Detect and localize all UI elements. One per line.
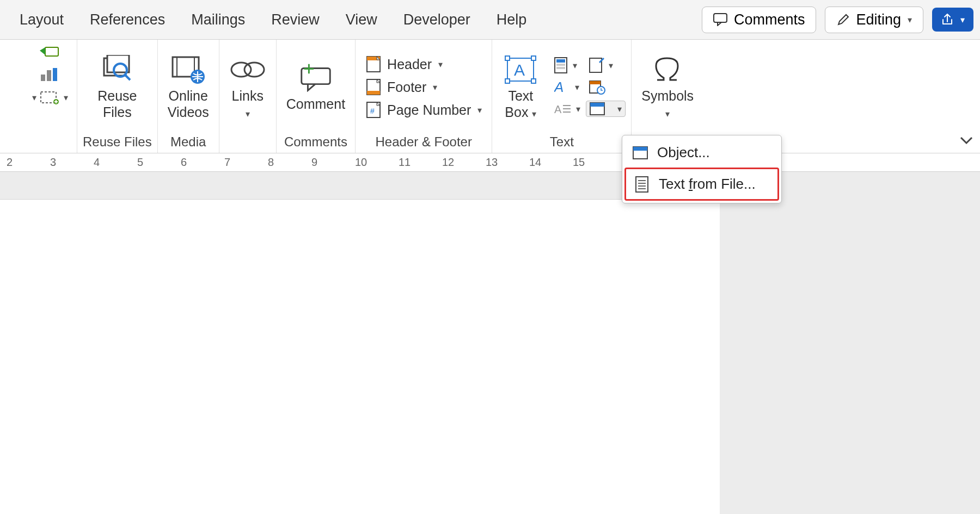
reuse-files-icon [100,55,134,84]
ruler-tick: 15 [573,156,616,169]
links-button[interactable]: Links▾ [225,52,271,122]
drop-cap-button[interactable]: A▾ [551,101,584,116]
online-videos-l1: Online [169,88,208,103]
ruler-tick: 11 [399,156,442,169]
tab-references[interactable]: References [90,11,165,28]
group-links: Links▾ [219,40,277,153]
svg-rect-39 [590,81,601,84]
share-button[interactable]: ▾ [932,8,973,32]
group-label-reuse: Reuse Files [83,131,152,153]
object-split-button[interactable]: ▾ [586,101,626,117]
ruler-tick: 10 [355,156,399,169]
editing-mode-button[interactable]: Editing ▾ [825,7,923,33]
chevron-down-icon: ▾ [573,60,577,71]
svg-rect-4 [53,68,57,81]
wordart-icon: A [554,80,571,94]
header-label: Header [387,57,432,72]
menu-item-object[interactable]: Object... [624,138,779,168]
tab-mailings[interactable]: Mailings [191,11,245,28]
group-label-comments: Comments [284,131,347,153]
textbox-l2: Box [505,104,528,120]
quick-parts-button[interactable]: ▾ [551,56,584,75]
screenshot-button[interactable]: ▾ ▾ [31,90,68,105]
text-box-button[interactable]: A TextBox ▾ [498,52,543,122]
ruler-tick: 6 [181,156,224,169]
group-label-links [246,131,249,153]
group-label-hf: Header & Footer [376,131,472,153]
page-number-button[interactable]: # Page Number ▾ [361,100,486,120]
symbols-button[interactable]: Symbols▾ [637,52,698,122]
omega-icon [652,56,683,83]
signature-line-button[interactable]: ▾ [586,57,626,74]
group-label-text: Text [550,131,574,153]
comment-icon [713,13,728,26]
menu-item-text-from-file[interactable]: Text from File... [624,168,779,201]
chevron-down-icon: ▾ [433,82,437,92]
group-label [34,131,38,153]
svg-rect-2 [41,75,45,81]
comments-button[interactable]: Comments [702,7,817,33]
tab-help[interactable]: Help [497,11,527,28]
mini-buttons-col: ▾ ▾ [31,43,71,105]
document-area [0,172,980,514]
svg-rect-29 [505,79,510,83]
menu-label-text-from-file: Text from File... [659,176,756,193]
tab-layout[interactable]: Layout [20,11,64,28]
date-time-icon [589,79,605,95]
tab-developer[interactable]: Developer [403,11,470,28]
tab-review[interactable]: Review [271,11,320,28]
svg-text:A: A [554,80,564,94]
chevron-down-icon: ▾ [32,92,36,103]
svg-rect-3 [47,70,51,81]
quick-parts-icon [554,57,568,73]
object-dropdown-menu: Object... Text from File... [622,135,782,203]
symbols-label: Symbols [641,88,694,103]
reuse-files-l2: Files [103,104,132,120]
comments-label: Comments [734,11,805,28]
object-icon [590,102,605,115]
page-number-label: Page Number [387,102,471,118]
ruler-tick: 14 [529,156,573,169]
chart-button[interactable] [40,67,59,82]
svg-rect-34 [556,64,565,66]
footer-label: Footer [387,79,426,95]
svg-rect-33 [556,59,565,63]
ruler-tick: 3 [50,156,94,169]
svg-rect-17 [302,69,330,84]
chevron-down-icon [959,135,973,145]
ruler-tick: 9 [311,156,355,169]
signature-icon [589,58,604,73]
chevron-down-icon: ▾ [960,15,965,25]
footer-button[interactable]: Footer ▾ [361,77,486,97]
ruler-tick: 5 [137,156,181,169]
tab-view[interactable]: View [346,11,377,28]
wordart-button[interactable]: A▾ [551,79,584,95]
svg-line-10 [125,75,130,80]
reuse-files-button[interactable]: ReuseFiles [93,52,141,122]
group-label-media: Media [170,131,206,153]
date-time-button[interactable] [586,78,626,96]
link-icon [229,58,266,82]
ruler[interactable]: 2 3 4 5 6 7 8 9 10 11 12 13 14 15 [0,153,980,172]
group-comments: Comment Comments [277,40,356,153]
collapse-ribbon-button[interactable] [957,133,976,150]
smartart-button[interactable] [40,45,59,59]
document-page[interactable] [0,199,720,514]
online-videos-button[interactable]: OnlineVideos [163,52,213,122]
group-reuse-files: ReuseFiles Reuse Files [77,40,158,153]
comment-button[interactable]: Comment [282,60,350,114]
ruler-tick: 13 [486,156,529,169]
svg-rect-23 [367,91,380,95]
tab-bar: Layout References Mailings Review View D… [0,0,980,39]
svg-rect-36 [590,58,602,72]
object-icon [633,146,648,159]
ruler-tick: 8 [268,156,311,169]
header-icon [366,56,381,72]
page-number-icon: # [366,102,381,118]
header-button[interactable]: Header ▾ [361,54,486,75]
chevron-down-icon: ▾ [438,59,443,70]
editing-label: Editing [856,11,901,28]
chevron-down-icon: ▾ [64,92,68,103]
tabs: Layout References Mailings Review View D… [7,11,526,28]
group-media: OnlineVideos Media [158,40,219,153]
